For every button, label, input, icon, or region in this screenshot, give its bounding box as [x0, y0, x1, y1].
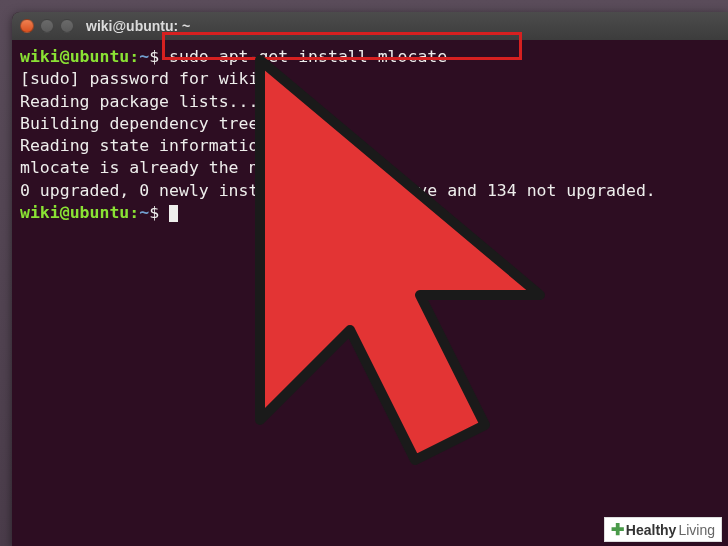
- watermark-brand-2: Living: [678, 522, 715, 538]
- prompt-colon-2: :: [129, 203, 139, 222]
- prompt-path: ~: [139, 47, 149, 66]
- cursor-icon: [169, 205, 178, 222]
- output-line-4: Reading state information... Done: [20, 136, 348, 155]
- output-line-3: Building dependency tree: [20, 114, 258, 133]
- window-title: wiki@ubuntu: ~: [86, 18, 190, 34]
- prompt-symbol-2: $: [149, 203, 159, 222]
- maximize-icon[interactable]: [60, 19, 74, 33]
- prompt-user-host-2: wiki@ubuntu: [20, 203, 129, 222]
- prompt-user-host: wiki@ubuntu: [20, 47, 129, 66]
- minimize-icon[interactable]: [40, 19, 54, 33]
- prompt-colon: :: [129, 47, 139, 66]
- close-icon[interactable]: [20, 19, 34, 33]
- output-line-1: [sudo] password for wiki:: [20, 69, 268, 88]
- plus-icon: ✚: [611, 520, 624, 539]
- output-line-5: mlocate is already the newest version.: [20, 158, 398, 177]
- terminal-window: wiki@ubuntu: ~ wiki@ubuntu:~$ sudo apt-g…: [12, 12, 728, 546]
- window-titlebar[interactable]: wiki@ubuntu: ~: [12, 12, 728, 40]
- watermark-brand-1: Healthy: [626, 522, 677, 538]
- watermark: ✚ HealthyLiving: [604, 517, 722, 542]
- output-line-2: Reading package lists... Done: [20, 92, 308, 111]
- prompt-symbol: $: [149, 47, 159, 66]
- prompt-path-2: ~: [139, 203, 149, 222]
- output-line-6: 0 upgraded, 0 newly installed, 0 to remo…: [20, 181, 656, 200]
- terminal-output[interactable]: wiki@ubuntu:~$ sudo apt-get install mloc…: [12, 40, 728, 230]
- command-text: sudo apt-get install mlocate: [169, 47, 447, 66]
